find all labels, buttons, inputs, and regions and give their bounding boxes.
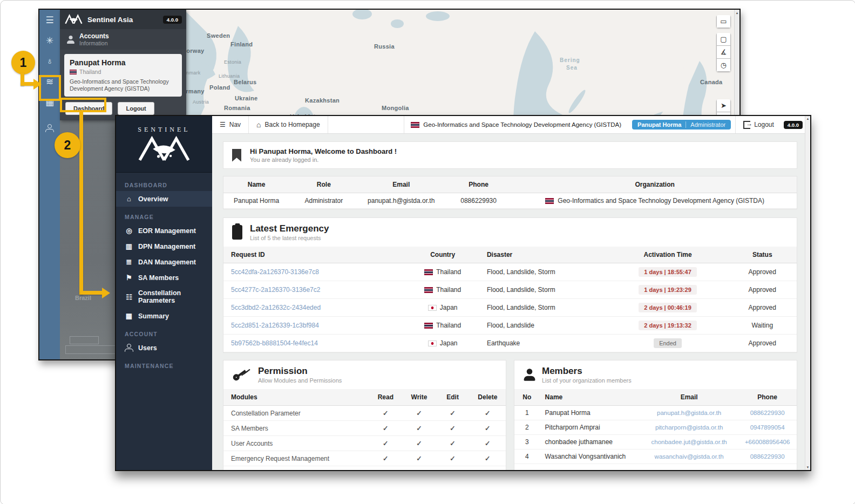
members-card: Members List of your organization member…: [514, 360, 797, 470]
user-country: Thailand: [79, 69, 101, 75]
status-text: Approved: [728, 336, 797, 351]
annotation-arrow-2-head: [102, 288, 110, 298]
sidebar-item-dpn-management[interactable]: ▥ DPN Management: [116, 239, 212, 254]
member-phone-link[interactable]: 0886229930: [738, 450, 797, 463]
select-area-icon[interactable]: ▢: [716, 33, 731, 46]
sidebar-item-users[interactable]: Users: [116, 340, 212, 356]
write-check-icon: ✓: [402, 406, 436, 420]
logout-button[interactable]: Logout: [735, 116, 782, 133]
back-to-homepage-button[interactable]: ⌂ Back to Homepage: [249, 116, 328, 133]
col-header-disaster: Disaster: [481, 247, 608, 263]
person-icon: [523, 369, 535, 381]
country-name: Japan: [440, 339, 458, 347]
permission-card: Permission Allow Modules and Permissions…: [223, 360, 506, 470]
emergency-row: 5cc3dbd2-2a12632c-2434eded Japan Flood, …: [223, 299, 797, 317]
logout-button[interactable]: Logout: [118, 102, 154, 115]
cursor-icon[interactable]: ➤: [716, 99, 731, 112]
dashboard-main: Hi Panupat Horma, Welcome to Dashboard !…: [212, 134, 810, 470]
annotation-step-1: 1: [11, 51, 35, 74]
app-title-bar: Sentinel Asia 4.0.0: [60, 10, 186, 29]
permission-row: Constellation Parameter ✓ ✓ ✓ ✓: [223, 406, 506, 421]
member-phone-link[interactable]: 0886229930: [738, 406, 797, 419]
module-name: User Accounts: [223, 437, 369, 451]
edit-check-icon: ✓: [436, 466, 470, 470]
user-role: Administrator: [289, 193, 358, 208]
measure-angle-icon[interactable]: ∡: [716, 45, 731, 59]
member-row: 2 Pitcharporn Amprai pitcharporn@gistda.…: [514, 420, 797, 435]
thailand-flag-icon: [545, 198, 554, 204]
snowflake-icon[interactable]: ✳: [43, 35, 56, 47]
logout-icon: [743, 121, 750, 129]
member-phone-link[interactable]: +660088956406: [738, 435, 797, 448]
disaster-types: Earthquake: [481, 336, 608, 351]
request-id-link[interactable]: 5cc42dfa-2a126370-3136e7c8: [223, 264, 404, 280]
user-role-pill[interactable]: Panupat Horma Administrator: [632, 120, 731, 130]
map-attribution-box: [65, 345, 116, 354]
sidebar-item-sa-members[interactable]: ⚑ SA Members: [116, 270, 212, 285]
sidebar-section-maintenance: MAINTENANCE: [116, 356, 212, 372]
request-id-link[interactable]: 5cc3dbd2-2a12632c-2434eded: [223, 300, 404, 315]
user-organization: Geo-Informatics and Space Technology Dev…: [70, 78, 177, 92]
delete-check-icon: ✓: [470, 436, 506, 451]
member-email-link[interactable]: panupat.h@gistda.or.th: [640, 406, 738, 419]
section-title: Latest Emergency: [250, 223, 329, 234]
annotation-arrow-2-line: [79, 112, 83, 295]
write-check-icon: ✓: [402, 436, 436, 451]
accounts-title: Accounts: [79, 33, 109, 40]
col-header-name: Name: [540, 389, 640, 405]
member-email-link[interactable]: wasanchaiv@gistda.or.th: [640, 450, 738, 463]
user-name: Panupat Horma: [223, 193, 289, 208]
member-number: 4: [514, 449, 540, 464]
sidebar-item-eor-management[interactable]: ◎ EOR Management: [116, 223, 212, 239]
nav-menu-button[interactable]: ☰ Nav: [212, 116, 249, 133]
sidebar-item-label: Summary: [138, 312, 169, 320]
country-flag-icon: [424, 269, 433, 275]
country-flag-icon: [428, 340, 437, 346]
draw-rectangle-icon[interactable]: ▭: [716, 15, 731, 28]
scrollbar-down-arrow[interactable]: ▼: [805, 466, 810, 469]
globe-icon[interactable]: ♁: [43, 55, 56, 68]
dashboard-sidebar: SENTINEL DASHBOARD ⌂: [116, 116, 212, 470]
member-phone-link[interactable]: 0947899054: [738, 421, 797, 434]
menu-icon[interactable]: ☰: [43, 14, 56, 27]
request-id-link[interactable]: 5b97562b-b8881504-fe4fec14: [223, 336, 404, 351]
activation-time-badge: Ended: [654, 338, 682, 348]
sidebar-item-constellation-parameters[interactable]: ☷ Constellation Parameters: [116, 285, 212, 308]
version-badge: 4.0.0: [163, 16, 182, 24]
dashboard-scrollbar[interactable]: ▲ ▼: [805, 116, 810, 470]
sidebar-item-overview[interactable]: ⌂ Overview: [116, 191, 212, 207]
request-id-link[interactable]: 5cc2d851-2a126339-1c3bf984: [223, 318, 404, 333]
sidebar-item-summary[interactable]: ▦ Summary: [116, 308, 212, 324]
request-id-link[interactable]: 5cc4277c-2a126370-3136e7c2: [223, 282, 404, 297]
member-email-link[interactable]: chonbadee.jut@gistda.or.th: [640, 435, 738, 448]
scrollbar-up-arrow[interactable]: ▲: [805, 117, 810, 120]
read-check-icon: ✓: [369, 406, 402, 420]
col-header-delete: Delete: [470, 389, 506, 405]
scrollbar-up-arrow[interactable]: ▲: [735, 10, 739, 16]
pill-user-name: Panupat Horma: [637, 121, 681, 128]
person-icon: [46, 124, 54, 132]
module-name: SA Members: [223, 421, 369, 435]
sliders-icon: ☷: [125, 293, 133, 301]
user-organization: Geo-Informatics and Space Technology Dev…: [558, 197, 764, 205]
member-email-link[interactable]: pitcharporn@gistda.or.th: [640, 421, 738, 434]
annotation-highlight-person-icon: [39, 75, 61, 101]
write-check-icon: ✓: [402, 451, 436, 466]
home-icon: ⌂: [125, 195, 133, 203]
pill-user-role: Administrator: [686, 121, 725, 128]
flag-icon: ⚑: [125, 274, 133, 282]
emergency-row: 5cc42dfa-2a126370-3136e7c8 Thailand Floo…: [223, 263, 797, 281]
app-title: Sentinel Asia: [87, 16, 159, 24]
sidebar-section-account: ACCOUNT: [116, 324, 212, 340]
delete-check-icon: ✓: [470, 421, 506, 435]
clipboard-icon: [232, 225, 242, 240]
accounts-person-icon[interactable]: [43, 120, 57, 136]
country-name: Thailand: [436, 322, 461, 329]
topbar-organization: Geo-Informatics and Space Technology Dev…: [404, 116, 628, 133]
read-check-icon: ✓: [369, 421, 402, 435]
sidebar-item-dan-management[interactable]: ≣ DAN Management: [116, 254, 212, 270]
disaster-types: Flood, Landslide, Storm: [481, 264, 608, 280]
timer-icon[interactable]: ◷: [716, 58, 731, 72]
hamburger-icon: ☰: [220, 121, 226, 128]
col-header-status: Status: [728, 247, 797, 263]
